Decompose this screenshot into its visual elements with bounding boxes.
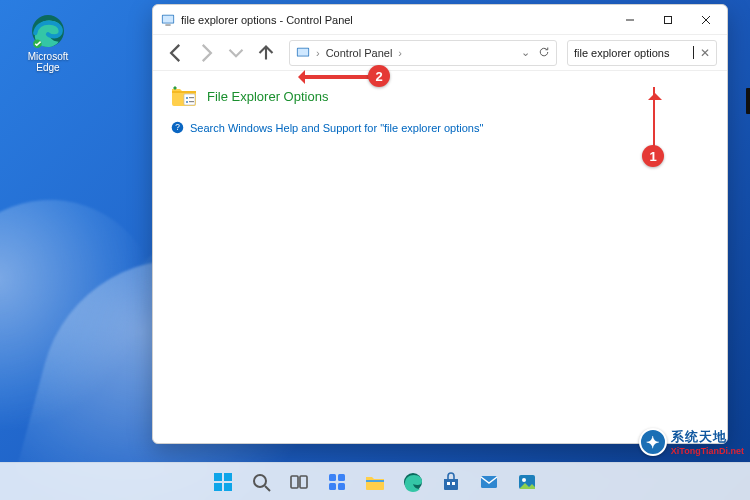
chevron-down-icon[interactable]: ⌄ xyxy=(521,46,530,60)
clear-search-button[interactable]: ✕ xyxy=(694,46,710,60)
annotation-step-2: 2 xyxy=(368,65,390,87)
control-panel-icon xyxy=(161,13,175,27)
svg-rect-27 xyxy=(338,474,345,481)
chevron-right-icon: › xyxy=(316,47,320,59)
search-input[interactable]: file explorer options ✕ xyxy=(567,40,717,66)
result-link-label: File Explorer Options xyxy=(207,89,328,104)
breadcrumb-segment[interactable]: Control Panel xyxy=(326,47,393,59)
svg-rect-21 xyxy=(224,483,232,491)
edge-icon xyxy=(31,14,65,48)
control-panel-icon xyxy=(296,46,310,60)
svg-rect-30 xyxy=(366,480,384,482)
result-file-explorer-options[interactable]: File Explorer Options xyxy=(171,85,709,107)
file-explorer-button[interactable] xyxy=(360,467,390,497)
forward-button[interactable] xyxy=(193,40,219,66)
desktop: Microsoft Edge file explorer options - C… xyxy=(0,0,750,500)
annotation-step-1: 1 xyxy=(642,145,664,167)
watermark-title: 系统天地 xyxy=(671,428,744,446)
minimize-button[interactable] xyxy=(611,6,649,34)
search-input-value: file explorer options xyxy=(574,47,692,59)
svg-rect-29 xyxy=(338,483,345,490)
desktop-shortcut-edge[interactable]: Microsoft Edge xyxy=(18,14,78,73)
svg-rect-11 xyxy=(184,94,195,105)
annotation-arrow-2 xyxy=(303,75,375,79)
window-title: file explorer options - Control Panel xyxy=(181,14,611,26)
svg-rect-3 xyxy=(163,15,174,22)
svg-rect-4 xyxy=(165,24,170,25)
svg-rect-24 xyxy=(291,476,298,488)
svg-rect-34 xyxy=(481,476,497,488)
store-button[interactable] xyxy=(436,467,466,497)
svg-rect-15 xyxy=(189,101,194,102)
start-button[interactable] xyxy=(208,467,238,497)
back-button[interactable] xyxy=(163,40,189,66)
desktop-shortcut-label: Microsoft Edge xyxy=(18,51,78,73)
up-button[interactable] xyxy=(253,40,279,66)
recent-locations-button[interactable] xyxy=(223,40,249,66)
results-pane: File Explorer Options ? Search Windows H… xyxy=(153,71,727,443)
control-panel-window: file explorer options - Control Panel › … xyxy=(152,4,728,444)
folder-options-icon xyxy=(171,85,197,107)
svg-rect-26 xyxy=(329,474,336,481)
refresh-icon[interactable] xyxy=(538,46,550,60)
svg-rect-10 xyxy=(298,48,309,55)
svg-point-14 xyxy=(186,101,188,103)
svg-rect-13 xyxy=(189,97,194,98)
titlebar[interactable]: file explorer options - Control Panel xyxy=(153,5,727,35)
svg-rect-20 xyxy=(214,483,222,491)
watermark: ✦ 系统天地 XiTongTianDi.net xyxy=(639,428,744,456)
address-bar[interactable]: › Control Panel › ⌄ xyxy=(289,40,557,66)
svg-point-36 xyxy=(522,478,526,482)
watermark-url: XiTongTianDi.net xyxy=(671,446,744,456)
maximize-button[interactable] xyxy=(649,6,687,34)
svg-rect-19 xyxy=(224,473,232,481)
svg-rect-33 xyxy=(452,482,455,485)
taskbar xyxy=(0,462,750,500)
svg-line-23 xyxy=(265,486,270,491)
edge-button[interactable] xyxy=(398,467,428,497)
svg-text:?: ? xyxy=(175,122,180,132)
widgets-button[interactable] xyxy=(322,467,352,497)
svg-point-12 xyxy=(186,97,188,99)
svg-rect-28 xyxy=(329,483,336,490)
help-icon: ? xyxy=(171,121,184,134)
screen-edge-mark xyxy=(746,88,750,114)
search-button[interactable] xyxy=(246,467,276,497)
search-help-text: Search Windows Help and Support for "fil… xyxy=(190,122,483,134)
task-view-button[interactable] xyxy=(284,467,314,497)
annotation-arrow-1 xyxy=(653,87,655,147)
search-help-link[interactable]: ? Search Windows Help and Support for "f… xyxy=(171,121,709,134)
svg-rect-32 xyxy=(447,482,450,485)
mail-button[interactable] xyxy=(474,467,504,497)
chevron-right-icon: › xyxy=(398,47,402,59)
photos-button[interactable] xyxy=(512,467,542,497)
toolbar: › Control Panel › ⌄ file explorer option… xyxy=(153,35,727,71)
svg-rect-25 xyxy=(300,476,307,488)
svg-point-22 xyxy=(254,475,266,487)
close-button[interactable] xyxy=(687,6,725,34)
watermark-badge-icon: ✦ xyxy=(639,428,667,456)
svg-rect-6 xyxy=(665,16,672,23)
svg-rect-18 xyxy=(214,473,222,481)
